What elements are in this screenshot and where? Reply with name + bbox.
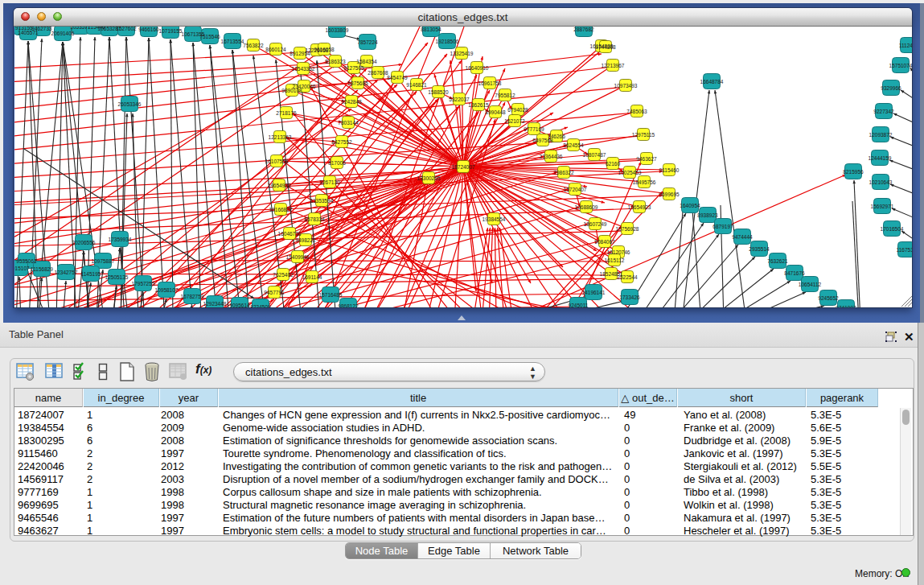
svg-text:9457791: 9457791 [264, 290, 285, 295]
svg-text:17359934: 17359934 [109, 237, 132, 242]
svg-text:16713554: 16713554 [221, 39, 244, 44]
svg-text:9115460: 9115460 [659, 167, 680, 173]
svg-text:10756928: 10756928 [616, 226, 639, 232]
svg-text:5875685: 5875685 [347, 80, 368, 86]
svg-text:3915107: 3915107 [14, 266, 30, 271]
svg-text:7857224: 7857224 [357, 39, 378, 45]
svg-text:9466160: 9466160 [138, 27, 159, 32]
svg-text:8990448: 8990448 [485, 109, 506, 115]
svg-text:2887682: 2887682 [573, 27, 594, 32]
svg-text:9245652: 9245652 [818, 295, 839, 301]
svg-text:15692971: 15692971 [871, 204, 894, 209]
svg-text:10654112: 10654112 [799, 282, 822, 287]
svg-text:15409948: 15409948 [286, 254, 310, 260]
svg-text:12975115: 12975115 [632, 132, 655, 138]
svg-text:18300295: 18300295 [417, 175, 441, 181]
svg-text:817006: 817006 [328, 160, 346, 166]
svg-text:19218506: 19218506 [436, 39, 459, 44]
svg-text:12444159: 12444159 [869, 155, 892, 161]
svg-text:8186323: 8186323 [325, 59, 346, 64]
svg-text:7986322: 7986322 [553, 170, 574, 175]
svg-text:8938923: 8938923 [697, 212, 718, 218]
svg-text:9329966: 9329966 [881, 85, 901, 91]
svg-text:16046736: 16046736 [278, 231, 302, 237]
svg-text:7955812: 7955812 [495, 93, 515, 98]
svg-text:3267130: 3267130 [319, 179, 340, 185]
svg-text:7625402: 7625402 [273, 272, 294, 278]
svg-text:10688609: 10688609 [575, 204, 598, 210]
svg-text:10807487: 10807487 [583, 152, 606, 158]
svg-text:18495756: 18495756 [633, 179, 656, 185]
svg-text:11353594: 11353594 [310, 198, 334, 204]
svg-text:8224509: 8224509 [250, 304, 271, 308]
svg-text:19654923: 19654923 [628, 204, 651, 210]
svg-text:20691406: 20691406 [51, 31, 75, 36]
svg-text:9616058: 9616058 [314, 47, 335, 52]
svg-text:20206556: 20206556 [72, 240, 96, 245]
svg-text:21364436: 21364436 [540, 154, 563, 159]
svg-text:16107554: 16107554 [265, 159, 289, 164]
svg-text:18607249: 18607249 [584, 221, 607, 227]
svg-text:12213967: 12213967 [602, 63, 625, 68]
svg-text:13325419: 13325419 [450, 51, 474, 56]
svg-text:16033809: 16033809 [326, 27, 349, 33]
svg-text:1733426: 1733426 [619, 295, 640, 300]
svg-text:9741007: 9741007 [836, 305, 856, 308]
svg-text:18724007: 18724007 [452, 164, 475, 170]
svg-text:1405571: 1405571 [18, 30, 39, 35]
svg-text:6879197: 6879197 [713, 224, 733, 229]
svg-text:7515546: 7515546 [199, 34, 220, 39]
svg-text:1584354: 1584354 [356, 59, 377, 64]
svg-text:15720407: 15720407 [564, 187, 587, 192]
svg-text:1621072: 1621072 [504, 118, 525, 124]
svg-text:9777169: 9777169 [524, 126, 544, 132]
svg-text:9242848: 9242848 [341, 99, 362, 105]
svg-text:8471676: 8471676 [784, 270, 805, 276]
svg-text:2522544: 2522544 [617, 274, 638, 280]
svg-text:9146821: 9146821 [406, 82, 427, 88]
svg-text:9868122: 9868122 [338, 303, 359, 308]
svg-text:10543362: 10543362 [292, 66, 315, 72]
svg-text:12505135: 12505135 [105, 274, 129, 280]
svg-text:16120746: 16120746 [607, 249, 630, 255]
svg-text:8215956: 8215956 [843, 169, 864, 175]
svg-text:10025453: 10025453 [618, 170, 642, 175]
svg-text:9744808: 9744808 [595, 44, 616, 50]
svg-text:5322037: 5322037 [449, 97, 470, 102]
svg-text:19654933: 19654933 [268, 183, 291, 188]
svg-text:2935514: 2935514 [749, 246, 770, 252]
svg-text:8660124: 8660124 [265, 47, 286, 52]
svg-text:9127505: 9127505 [343, 65, 364, 71]
svg-text:1145195: 1145195 [81, 271, 101, 277]
svg-text:7803144: 7803144 [338, 120, 359, 126]
svg-text:10958107: 10958107 [155, 287, 179, 293]
svg-text:16961758: 16961758 [478, 80, 502, 86]
svg-text:10719155: 10719155 [159, 28, 183, 34]
svg-text:9474444: 9474444 [732, 234, 753, 240]
svg-text:15751074: 15751074 [889, 63, 912, 68]
svg-text:12213363: 12213363 [269, 134, 292, 140]
svg-text:9227342: 9227342 [873, 109, 894, 114]
svg-text:16782759: 16782759 [181, 294, 204, 299]
svg-text:12342757: 12342757 [55, 270, 78, 275]
svg-text:10973493: 10973493 [614, 83, 638, 89]
svg-text:12093872: 12093872 [869, 132, 893, 138]
svg-text:14196141: 14196141 [582, 290, 606, 295]
svg-text:1691144: 1691144 [302, 274, 322, 280]
svg-text:9699695: 9699695 [659, 192, 680, 197]
svg-text:10210643: 10210643 [869, 179, 893, 185]
svg-text:8454749: 8454749 [387, 75, 408, 80]
svg-text:746266: 746266 [548, 134, 565, 139]
svg-text:12923448: 12923448 [203, 301, 227, 307]
svg-text:3624554: 3624554 [563, 142, 584, 148]
svg-text:16640910: 16640910 [466, 65, 489, 71]
svg-text:7632621: 7632621 [767, 258, 788, 264]
svg-text:9095614: 9095614 [229, 303, 250, 308]
svg-text:26053346: 26053346 [118, 101, 142, 107]
svg-text:9535061: 9535061 [16, 258, 37, 264]
svg-text:1167533: 1167533 [897, 247, 912, 253]
svg-text:1615112: 1615112 [605, 257, 625, 263]
svg-text:62160: 62160 [606, 161, 620, 167]
svg-text:1640954: 1640954 [680, 203, 700, 208]
svg-text:9245011: 9245011 [569, 303, 589, 308]
